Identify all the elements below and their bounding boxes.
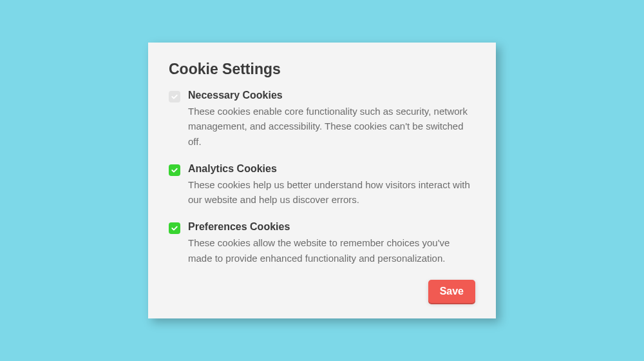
- check-icon: [171, 224, 178, 232]
- actions-row: Save: [169, 280, 475, 303]
- option-analytics: Analytics Cookies These cookies help us …: [169, 163, 475, 208]
- option-description: These cookies allow the website to remem…: [188, 235, 475, 266]
- check-icon: [171, 166, 178, 174]
- option-title: Necessary Cookies: [188, 90, 475, 101]
- preferences-checkbox[interactable]: [169, 222, 180, 234]
- option-description: These cookies help us better understand …: [188, 177, 475, 208]
- option-title: Analytics Cookies: [188, 163, 475, 175]
- option-body: Analytics Cookies These cookies help us …: [188, 163, 475, 208]
- option-preferences: Preferences Cookies These cookies allow …: [169, 221, 475, 266]
- check-icon: [171, 93, 178, 101]
- necessary-checkbox: [169, 91, 180, 102]
- analytics-checkbox[interactable]: [169, 164, 180, 176]
- save-button[interactable]: Save: [428, 280, 475, 303]
- option-necessary: Necessary Cookies These cookies enable c…: [169, 90, 475, 149]
- card-title: Cookie Settings: [169, 61, 475, 78]
- option-title: Preferences Cookies: [188, 221, 475, 233]
- cookie-settings-card: Cookie Settings Necessary Cookies These …: [148, 43, 496, 318]
- option-body: Necessary Cookies These cookies enable c…: [188, 90, 475, 149]
- option-body: Preferences Cookies These cookies allow …: [188, 221, 475, 266]
- option-description: These cookies enable core functionality …: [188, 104, 475, 149]
